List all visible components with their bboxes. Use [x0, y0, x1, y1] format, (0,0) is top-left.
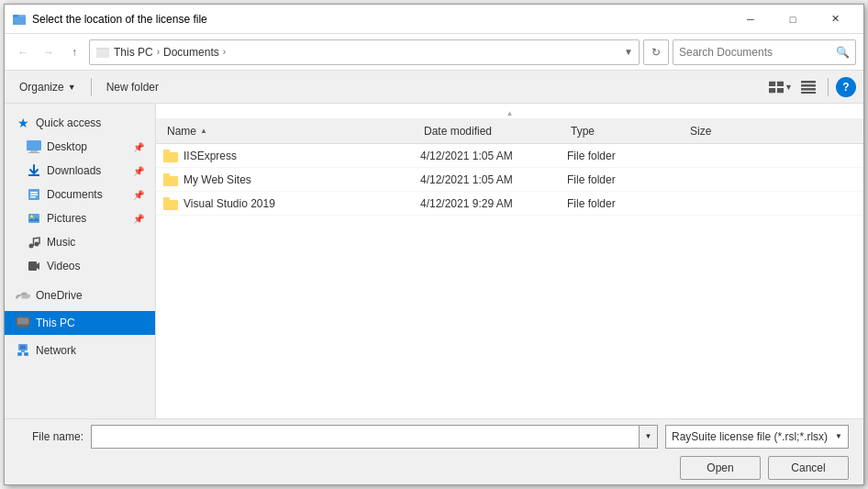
- organize-chevron: ▼: [68, 83, 76, 92]
- breadcrumb-documents: Documents: [163, 46, 219, 59]
- minimize-button[interactable]: ─: [729, 5, 772, 34]
- toolbar-right: ▼ ?: [769, 75, 856, 99]
- maximize-button[interactable]: □: [772, 5, 814, 34]
- svg-rect-29: [17, 328, 28, 328]
- documents-pin: 📌: [133, 190, 144, 200]
- sidebar-item-network[interactable]: Network: [5, 339, 155, 362]
- sidebar-item-desktop[interactable]: Desktop 📌: [5, 135, 155, 159]
- sidebar-label-documents: Documents: [47, 188, 128, 201]
- onedrive-icon: [16, 288, 30, 303]
- forward-button[interactable]: →: [38, 41, 60, 63]
- svg-rect-13: [27, 140, 41, 150]
- svg-rect-16: [28, 174, 39, 176]
- cancel-button[interactable]: Cancel: [768, 456, 849, 480]
- file-row-1[interactable]: My Web Sites 4/12/2021 1:05 AM File fold…: [156, 168, 863, 192]
- filename-dropdown-button[interactable]: ▼: [639, 426, 657, 448]
- content-area: ★ Quick access Desktop 📌: [5, 104, 863, 418]
- svg-rect-25: [28, 261, 37, 271]
- col-header-size[interactable]: Size: [686, 118, 760, 143]
- file-name-0: IISExpress: [163, 150, 420, 162]
- svg-rect-11: [801, 88, 816, 91]
- col-name-label: Name: [167, 125, 196, 138]
- organize-button[interactable]: Organize ▼: [12, 75, 83, 99]
- svg-rect-10: [801, 84, 816, 87]
- refresh-button[interactable]: ↻: [643, 39, 669, 65]
- search-box[interactable]: 🔍: [673, 39, 856, 65]
- file-row-0[interactable]: IISExpress 4/12/2021 1:05 AM File folder: [156, 144, 863, 168]
- sidebar-item-pictures[interactable]: Pictures 📌: [5, 206, 155, 230]
- sidebar-label-pictures: Pictures: [47, 212, 128, 225]
- sidebar-label-downloads: Downloads: [47, 164, 128, 177]
- folder-icon-2: [163, 197, 178, 210]
- bottom-bar: File name: ▼ RaySuite license file (*.rs…: [5, 418, 863, 484]
- svg-rect-20: [30, 196, 36, 198]
- svg-rect-14: [30, 150, 38, 152]
- addressbar-chevron: ▼: [624, 47, 633, 57]
- file-date-1: 4/12/2021 1:05 AM: [420, 173, 567, 186]
- svg-point-24: [35, 242, 39, 247]
- svg-rect-8: [777, 87, 784, 92]
- file-row-2[interactable]: Visual Studio 2019 4/12/2021 9:29 AM Fil…: [156, 192, 863, 216]
- documents-icon: [27, 187, 41, 202]
- breadcrumb-this-pc: This PC: [114, 46, 153, 59]
- sidebar-item-music[interactable]: Music: [5, 230, 155, 254]
- search-input[interactable]: [679, 46, 836, 59]
- sort-arrow: ▲: [200, 127, 207, 135]
- file-type-1: File folder: [567, 173, 686, 186]
- sidebar-item-documents[interactable]: Documents 📌: [5, 183, 155, 206]
- toolbar: Organize ▼ New folder ▼: [5, 71, 863, 104]
- sidebar-item-onedrive[interactable]: OneDrive: [5, 283, 155, 307]
- sidebar-item-videos[interactable]: Videos: [5, 254, 155, 278]
- sidebar-item-quick-access[interactable]: ★ Quick access: [5, 111, 155, 135]
- pictures-icon: [27, 211, 41, 226]
- file-type-0: File folder: [567, 150, 686, 162]
- new-folder-button[interactable]: New folder: [99, 75, 166, 99]
- addressbar[interactable]: This PC › Documents › ▼: [89, 39, 640, 65]
- file-type-2: File folder: [567, 197, 686, 210]
- svg-rect-18: [30, 192, 38, 194]
- desktop-icon: [27, 139, 41, 154]
- breadcrumb-sep-1: ›: [157, 47, 160, 57]
- downloads-pin: 📌: [133, 166, 144, 176]
- col-header-name[interactable]: Name ▲: [163, 118, 420, 143]
- network-icon: [16, 343, 30, 358]
- dialog-title: Select the location of the license file: [32, 13, 729, 26]
- sidebar-label-desktop: Desktop: [47, 140, 128, 153]
- filename-input[interactable]: [92, 426, 639, 448]
- col-header-type[interactable]: Type: [567, 118, 686, 143]
- sidebar: ★ Quick access Desktop 📌: [5, 104, 156, 418]
- col-type-label: Type: [571, 125, 595, 138]
- svg-rect-21: [28, 214, 39, 223]
- help-button[interactable]: ?: [836, 77, 856, 97]
- svg-rect-28: [19, 326, 27, 328]
- file-date-2: 4/12/2021 9:29 AM: [420, 197, 567, 210]
- organize-label: Organize: [19, 81, 64, 94]
- action-row: Open Cancel: [19, 456, 849, 480]
- svg-rect-4: [96, 50, 109, 58]
- titlebar: Select the location of the license file …: [5, 5, 863, 34]
- file-date-0: 4/12/2021 1:05 AM: [420, 150, 567, 162]
- filetype-dropdown[interactable]: RaySuite license file (*.rsl;*.rlsx) ▼: [665, 425, 849, 449]
- up-button[interactable]: ↑: [63, 41, 85, 63]
- back-button[interactable]: ←: [12, 41, 34, 63]
- open-button[interactable]: Open: [680, 456, 761, 480]
- details-view-button[interactable]: [796, 75, 820, 99]
- breadcrumb-sep-2: ›: [223, 47, 226, 57]
- svg-rect-27: [17, 318, 28, 325]
- col-header-date[interactable]: Date modified: [420, 118, 567, 143]
- videos-icon: [27, 259, 41, 273]
- svg-rect-1: [13, 17, 26, 25]
- file-name-2: Visual Studio 2019: [163, 197, 420, 210]
- svg-rect-35: [18, 353, 21, 355]
- toolbar-separator: [91, 78, 92, 96]
- svg-rect-15: [28, 152, 39, 153]
- downloads-icon: [27, 163, 41, 178]
- svg-rect-5: [769, 81, 775, 85]
- close-button[interactable]: ✕: [814, 5, 856, 34]
- svg-rect-2: [13, 15, 18, 17]
- svg-rect-32: [21, 350, 25, 352]
- filetype-arrow-icon: ▼: [835, 432, 842, 440]
- view-options-button[interactable]: ▼: [769, 75, 793, 99]
- sidebar-item-downloads[interactable]: Downloads 📌: [5, 159, 155, 183]
- sidebar-item-this-pc[interactable]: This PC: [5, 311, 155, 335]
